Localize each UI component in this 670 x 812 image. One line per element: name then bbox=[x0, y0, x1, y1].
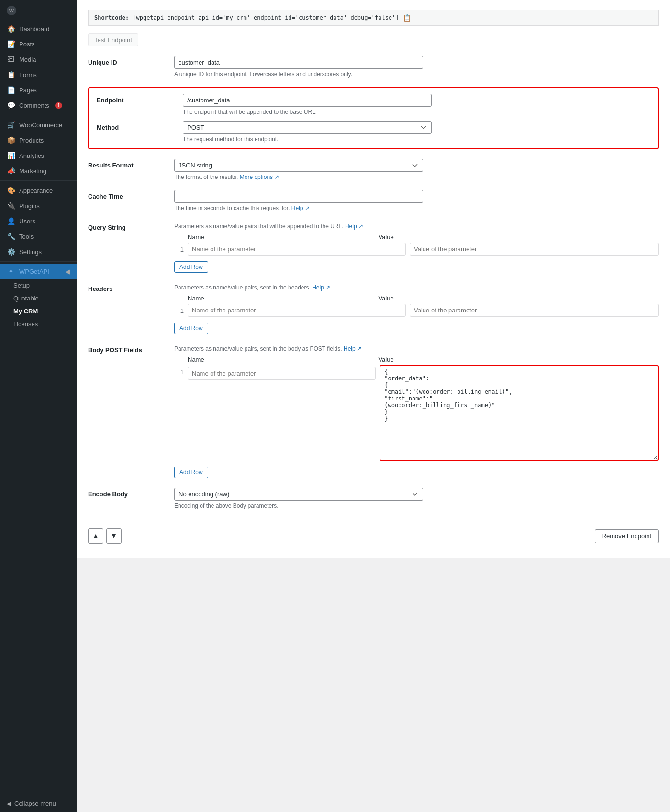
results-format-desc-text: The format of the results. bbox=[174, 174, 238, 180]
site-logo[interactable]: W bbox=[0, 0, 77, 21]
body-help-link[interactable]: Help ↗ bbox=[344, 345, 362, 352]
query-add-row-button[interactable]: Add Row bbox=[174, 261, 208, 273]
nav-divider-3 bbox=[0, 261, 77, 262]
body-post-label: Body POST Fields bbox=[88, 344, 174, 354]
sidebar-item-wpgetapi[interactable]: ✦ WPGetAPI ◀ bbox=[0, 264, 77, 279]
wp-icon: W bbox=[7, 6, 16, 15]
collapse-menu-button[interactable]: ◀ Collapse menu bbox=[0, 795, 77, 812]
comments-badge: 1 bbox=[55, 102, 63, 109]
query-string-label: Query String bbox=[88, 221, 174, 231]
sidebar-sub-item-mycrm[interactable]: My CRM bbox=[0, 305, 77, 318]
headers-value-col-header: Value bbox=[378, 295, 659, 302]
body-post-desc-text: Parameters as name/value pairs, sent in … bbox=[174, 345, 342, 352]
sidebar-item-label: Media bbox=[19, 56, 36, 63]
nav-up-button[interactable]: ▲ bbox=[88, 528, 103, 544]
encode-body-field: No encoding (raw) URL encode JSON encode… bbox=[174, 488, 659, 509]
query-help-link[interactable]: Help ↗ bbox=[345, 223, 363, 230]
body-param-row: 1 { "order_data": { "email":"(woo:order:… bbox=[174, 365, 659, 461]
sidebar-item-label: Marketing bbox=[19, 167, 46, 175]
cache-time-desc: The time in seconds to cache this reques… bbox=[174, 205, 659, 211]
sidebar-item-label: WPGetAPI bbox=[19, 268, 49, 275]
query-string-desc-text: Parameters as name/value pairs that will… bbox=[174, 223, 344, 230]
settings-icon: ⚙️ bbox=[7, 248, 15, 256]
comments-icon: 💬 bbox=[7, 101, 15, 109]
headers-name-col-header: Name bbox=[188, 295, 374, 302]
unique-id-row: Unique ID A unique ID for this endpoint.… bbox=[88, 56, 659, 78]
results-format-select[interactable]: JSON string Array Object bbox=[174, 159, 423, 172]
appearance-icon: 🎨 bbox=[7, 187, 15, 194]
sidebar-item-forms[interactable]: 📋 Forms bbox=[0, 67, 77, 82]
headers-field: Parameters as name/value pairs, sent in … bbox=[174, 282, 659, 334]
sidebar-item-label: Analytics bbox=[19, 152, 44, 159]
headers-row-num: 1 bbox=[174, 304, 184, 314]
body-value-textarea[interactable]: { "order_data": { "email":"(woo:order:_b… bbox=[380, 365, 659, 461]
sidebar-item-label: Settings bbox=[19, 248, 42, 256]
endpoint-method-box: Endpoint The endpoint that will be appen… bbox=[88, 87, 659, 149]
sidebar-item-settings[interactable]: ⚙️ Settings bbox=[0, 244, 77, 259]
headers-name-input[interactable] bbox=[188, 304, 406, 317]
remove-endpoint-button[interactable]: Remove Endpoint bbox=[595, 529, 659, 543]
headers-value-input[interactable] bbox=[410, 304, 659, 317]
sidebar-sub-item-licenses[interactable]: Licenses bbox=[0, 318, 77, 331]
method-select[interactable]: GET POST PUT PATCH DELETE bbox=[183, 121, 432, 134]
copy-icon[interactable]: 📋 bbox=[403, 14, 411, 22]
sidebar-item-comments[interactable]: 💬 Comments 1 bbox=[0, 98, 77, 113]
headers-row: Headers Parameters as name/value pairs, … bbox=[88, 282, 659, 334]
sidebar-item-analytics[interactable]: 📊 Analytics bbox=[0, 148, 77, 163]
body-table-header: Name Value bbox=[174, 356, 659, 363]
sidebar-sub-item-setup[interactable]: Setup bbox=[0, 279, 77, 292]
query-value-col-header: Value bbox=[378, 234, 659, 241]
sidebar-sub-item-quotable[interactable]: Quotable bbox=[0, 292, 77, 305]
cache-time-row: Cache Time The time in seconds to cache … bbox=[88, 190, 659, 211]
sidebar-item-marketing[interactable]: 📣 Marketing bbox=[0, 163, 77, 178]
body-value-col-header: Value bbox=[378, 356, 659, 363]
sidebar-item-posts[interactable]: 📝 Posts bbox=[0, 36, 77, 52]
cache-help-link[interactable]: Help ↗ bbox=[291, 205, 310, 211]
sidebar-item-products[interactable]: 📦 Products bbox=[0, 133, 77, 148]
query-value-input[interactable] bbox=[410, 243, 659, 256]
sidebar-item-dashboard[interactable]: 🏠 Dashboard bbox=[0, 21, 77, 36]
sidebar-item-appearance[interactable]: 🎨 Appearance bbox=[0, 183, 77, 198]
headers-add-row-button[interactable]: Add Row bbox=[174, 323, 208, 334]
body-post-field: Parameters as name/value pairs, sent in … bbox=[174, 344, 659, 478]
sidebar-item-label: Posts bbox=[19, 41, 35, 48]
sidebar-item-media[interactable]: 🖼 Media bbox=[0, 52, 77, 67]
cache-time-input[interactable] bbox=[174, 190, 423, 203]
sidebar-item-label: Forms bbox=[19, 71, 37, 78]
more-options-link[interactable]: More options ↗ bbox=[240, 174, 279, 180]
body-name-input[interactable] bbox=[188, 367, 376, 380]
headers-help-link[interactable]: Help ↗ bbox=[312, 284, 330, 291]
woocommerce-icon: 🛒 bbox=[7, 121, 15, 129]
nav-down-button[interactable]: ▼ bbox=[106, 528, 122, 544]
sidebar-item-users[interactable]: 👤 Users bbox=[0, 213, 77, 229]
headers-desc: Parameters as name/value pairs, sent in … bbox=[174, 284, 659, 291]
unique-id-label: Unique ID bbox=[88, 56, 174, 66]
sidebar-item-pages[interactable]: 📄 Pages bbox=[0, 82, 77, 98]
bottom-bar: ▲ ▼ Remove Endpoint bbox=[88, 519, 659, 544]
query-table-header: Name Value bbox=[174, 234, 659, 241]
nav-divider bbox=[0, 115, 77, 115]
marketing-icon: 📣 bbox=[7, 167, 15, 175]
sidebar-item-label: Users bbox=[19, 218, 35, 225]
sidebar-item-woocommerce[interactable]: 🛒 WooCommerce bbox=[0, 117, 77, 133]
unique-id-input[interactable] bbox=[174, 56, 423, 69]
sidebar-item-tools[interactable]: 🔧 Tools bbox=[0, 229, 77, 244]
collapse-icon: ◀ bbox=[7, 800, 11, 807]
main-content: Shortcode: [wpgetapi_endpoint api_id='my… bbox=[77, 0, 670, 812]
test-endpoint-button[interactable]: Test Endpoint bbox=[88, 33, 138, 46]
encode-body-select[interactable]: No encoding (raw) URL encode JSON encode bbox=[174, 488, 423, 501]
sidebar-item-label: Comments bbox=[19, 102, 49, 109]
headers-param-row: 1 bbox=[174, 304, 659, 317]
users-icon: 👤 bbox=[7, 217, 15, 225]
method-desc: The request method for this endpoint. bbox=[183, 136, 650, 143]
method-field: GET POST PUT PATCH DELETE The request me… bbox=[183, 121, 650, 143]
plugins-icon: 🔌 bbox=[7, 202, 15, 210]
query-name-input[interactable] bbox=[188, 243, 406, 256]
body-add-row-button[interactable]: Add Row bbox=[174, 467, 208, 478]
endpoint-desc: The endpoint that will be appended to th… bbox=[183, 109, 650, 115]
endpoint-field: The endpoint that will be appended to th… bbox=[183, 94, 650, 115]
sidebar-item-plugins[interactable]: 🔌 Plugins bbox=[0, 198, 77, 213]
sidebar-item-label: Products bbox=[19, 137, 44, 144]
endpoint-input[interactable] bbox=[183, 94, 432, 107]
sidebar-item-label: Tools bbox=[19, 233, 34, 240]
